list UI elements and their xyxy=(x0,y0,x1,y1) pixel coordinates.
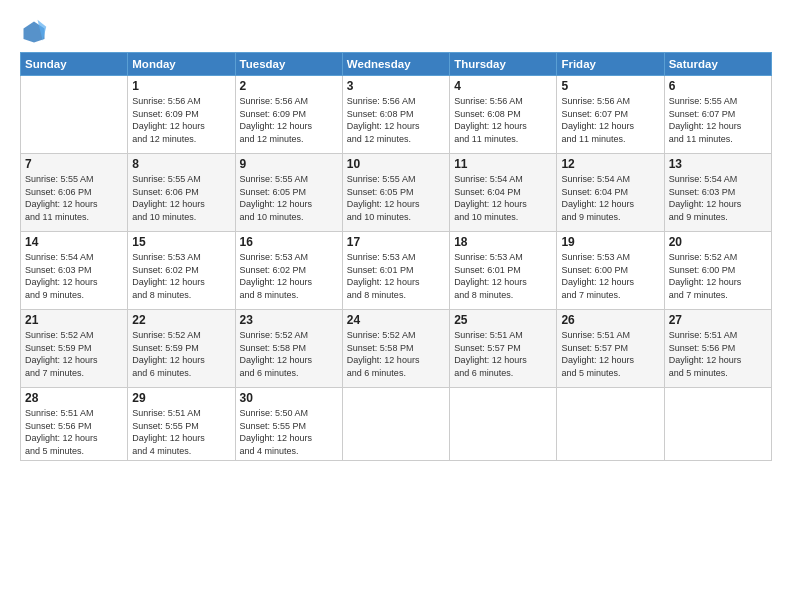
day-info: Sunrise: 5:55 AM Sunset: 6:06 PM Dayligh… xyxy=(132,173,230,223)
calendar-cell: 26Sunrise: 5:51 AM Sunset: 5:57 PM Dayli… xyxy=(557,310,664,388)
calendar-cell: 4Sunrise: 5:56 AM Sunset: 6:08 PM Daylig… xyxy=(450,76,557,154)
calendar-cell: 25Sunrise: 5:51 AM Sunset: 5:57 PM Dayli… xyxy=(450,310,557,388)
calendar-cell: 15Sunrise: 5:53 AM Sunset: 6:02 PM Dayli… xyxy=(128,232,235,310)
calendar-cell: 18Sunrise: 5:53 AM Sunset: 6:01 PM Dayli… xyxy=(450,232,557,310)
day-number: 12 xyxy=(561,157,659,171)
day-info: Sunrise: 5:52 AM Sunset: 5:59 PM Dayligh… xyxy=(132,329,230,379)
day-info: Sunrise: 5:54 AM Sunset: 6:03 PM Dayligh… xyxy=(25,251,123,301)
logo-icon xyxy=(20,18,48,46)
day-info: Sunrise: 5:52 AM Sunset: 5:58 PM Dayligh… xyxy=(347,329,445,379)
calendar-cell xyxy=(664,388,771,461)
calendar-cell: 6Sunrise: 5:55 AM Sunset: 6:07 PM Daylig… xyxy=(664,76,771,154)
day-info: Sunrise: 5:53 AM Sunset: 6:02 PM Dayligh… xyxy=(240,251,338,301)
day-info: Sunrise: 5:56 AM Sunset: 6:09 PM Dayligh… xyxy=(240,95,338,145)
day-info: Sunrise: 5:55 AM Sunset: 6:06 PM Dayligh… xyxy=(25,173,123,223)
day-number: 30 xyxy=(240,391,338,405)
calendar-cell: 19Sunrise: 5:53 AM Sunset: 6:00 PM Dayli… xyxy=(557,232,664,310)
day-number: 15 xyxy=(132,235,230,249)
calendar-cell: 3Sunrise: 5:56 AM Sunset: 6:08 PM Daylig… xyxy=(342,76,449,154)
header-day: Thursday xyxy=(450,53,557,76)
calendar-cell: 30Sunrise: 5:50 AM Sunset: 5:55 PM Dayli… xyxy=(235,388,342,461)
logo xyxy=(20,18,52,46)
day-number: 9 xyxy=(240,157,338,171)
calendar-cell: 7Sunrise: 5:55 AM Sunset: 6:06 PM Daylig… xyxy=(21,154,128,232)
calendar-table: SundayMondayTuesdayWednesdayThursdayFrid… xyxy=(20,52,772,461)
day-number: 23 xyxy=(240,313,338,327)
header-day: Wednesday xyxy=(342,53,449,76)
day-number: 11 xyxy=(454,157,552,171)
day-number: 24 xyxy=(347,313,445,327)
header-day: Friday xyxy=(557,53,664,76)
calendar-cell: 27Sunrise: 5:51 AM Sunset: 5:56 PM Dayli… xyxy=(664,310,771,388)
day-info: Sunrise: 5:55 AM Sunset: 6:05 PM Dayligh… xyxy=(347,173,445,223)
day-info: Sunrise: 5:50 AM Sunset: 5:55 PM Dayligh… xyxy=(240,407,338,457)
calendar-body: 1Sunrise: 5:56 AM Sunset: 6:09 PM Daylig… xyxy=(21,76,772,461)
day-info: Sunrise: 5:52 AM Sunset: 6:00 PM Dayligh… xyxy=(669,251,767,301)
calendar-cell: 23Sunrise: 5:52 AM Sunset: 5:58 PM Dayli… xyxy=(235,310,342,388)
day-info: Sunrise: 5:52 AM Sunset: 5:58 PM Dayligh… xyxy=(240,329,338,379)
day-number: 20 xyxy=(669,235,767,249)
calendar-cell: 5Sunrise: 5:56 AM Sunset: 6:07 PM Daylig… xyxy=(557,76,664,154)
day-number: 26 xyxy=(561,313,659,327)
calendar-cell: 8Sunrise: 5:55 AM Sunset: 6:06 PM Daylig… xyxy=(128,154,235,232)
day-number: 8 xyxy=(132,157,230,171)
day-info: Sunrise: 5:51 AM Sunset: 5:57 PM Dayligh… xyxy=(561,329,659,379)
day-number: 25 xyxy=(454,313,552,327)
day-info: Sunrise: 5:54 AM Sunset: 6:04 PM Dayligh… xyxy=(561,173,659,223)
calendar-week: 7Sunrise: 5:55 AM Sunset: 6:06 PM Daylig… xyxy=(21,154,772,232)
calendar-cell xyxy=(450,388,557,461)
day-info: Sunrise: 5:51 AM Sunset: 5:56 PM Dayligh… xyxy=(25,407,123,457)
day-number: 29 xyxy=(132,391,230,405)
header-day: Sunday xyxy=(21,53,128,76)
calendar-cell: 17Sunrise: 5:53 AM Sunset: 6:01 PM Dayli… xyxy=(342,232,449,310)
day-info: Sunrise: 5:54 AM Sunset: 6:04 PM Dayligh… xyxy=(454,173,552,223)
calendar-cell xyxy=(342,388,449,461)
day-number: 6 xyxy=(669,79,767,93)
calendar-header: SundayMondayTuesdayWednesdayThursdayFrid… xyxy=(21,53,772,76)
calendar-cell: 16Sunrise: 5:53 AM Sunset: 6:02 PM Dayli… xyxy=(235,232,342,310)
day-number: 1 xyxy=(132,79,230,93)
day-info: Sunrise: 5:56 AM Sunset: 6:09 PM Dayligh… xyxy=(132,95,230,145)
header xyxy=(20,18,772,46)
day-info: Sunrise: 5:56 AM Sunset: 6:08 PM Dayligh… xyxy=(347,95,445,145)
day-info: Sunrise: 5:56 AM Sunset: 6:07 PM Dayligh… xyxy=(561,95,659,145)
calendar-cell: 9Sunrise: 5:55 AM Sunset: 6:05 PM Daylig… xyxy=(235,154,342,232)
day-number: 21 xyxy=(25,313,123,327)
day-info: Sunrise: 5:55 AM Sunset: 6:05 PM Dayligh… xyxy=(240,173,338,223)
day-number: 18 xyxy=(454,235,552,249)
day-number: 2 xyxy=(240,79,338,93)
day-number: 7 xyxy=(25,157,123,171)
day-number: 16 xyxy=(240,235,338,249)
header-day: Saturday xyxy=(664,53,771,76)
calendar-week: 21Sunrise: 5:52 AM Sunset: 5:59 PM Dayli… xyxy=(21,310,772,388)
day-number: 14 xyxy=(25,235,123,249)
day-info: Sunrise: 5:53 AM Sunset: 6:02 PM Dayligh… xyxy=(132,251,230,301)
day-number: 3 xyxy=(347,79,445,93)
day-info: Sunrise: 5:55 AM Sunset: 6:07 PM Dayligh… xyxy=(669,95,767,145)
day-number: 22 xyxy=(132,313,230,327)
calendar-cell: 22Sunrise: 5:52 AM Sunset: 5:59 PM Dayli… xyxy=(128,310,235,388)
day-number: 28 xyxy=(25,391,123,405)
header-day: Tuesday xyxy=(235,53,342,76)
calendar-cell: 1Sunrise: 5:56 AM Sunset: 6:09 PM Daylig… xyxy=(128,76,235,154)
day-info: Sunrise: 5:53 AM Sunset: 6:00 PM Dayligh… xyxy=(561,251,659,301)
calendar-cell: 29Sunrise: 5:51 AM Sunset: 5:55 PM Dayli… xyxy=(128,388,235,461)
calendar-cell: 24Sunrise: 5:52 AM Sunset: 5:58 PM Dayli… xyxy=(342,310,449,388)
calendar-cell: 14Sunrise: 5:54 AM Sunset: 6:03 PM Dayli… xyxy=(21,232,128,310)
calendar-cell: 12Sunrise: 5:54 AM Sunset: 6:04 PM Dayli… xyxy=(557,154,664,232)
day-info: Sunrise: 5:51 AM Sunset: 5:56 PM Dayligh… xyxy=(669,329,767,379)
calendar-cell: 28Sunrise: 5:51 AM Sunset: 5:56 PM Dayli… xyxy=(21,388,128,461)
day-info: Sunrise: 5:54 AM Sunset: 6:03 PM Dayligh… xyxy=(669,173,767,223)
day-info: Sunrise: 5:56 AM Sunset: 6:08 PM Dayligh… xyxy=(454,95,552,145)
calendar-week: 28Sunrise: 5:51 AM Sunset: 5:56 PM Dayli… xyxy=(21,388,772,461)
header-row: SundayMondayTuesdayWednesdayThursdayFrid… xyxy=(21,53,772,76)
day-info: Sunrise: 5:51 AM Sunset: 5:57 PM Dayligh… xyxy=(454,329,552,379)
calendar-week: 14Sunrise: 5:54 AM Sunset: 6:03 PM Dayli… xyxy=(21,232,772,310)
day-number: 5 xyxy=(561,79,659,93)
page: SundayMondayTuesdayWednesdayThursdayFrid… xyxy=(0,0,792,612)
calendar-cell: 11Sunrise: 5:54 AM Sunset: 6:04 PM Dayli… xyxy=(450,154,557,232)
calendar-week: 1Sunrise: 5:56 AM Sunset: 6:09 PM Daylig… xyxy=(21,76,772,154)
header-day: Monday xyxy=(128,53,235,76)
day-info: Sunrise: 5:53 AM Sunset: 6:01 PM Dayligh… xyxy=(347,251,445,301)
day-info: Sunrise: 5:52 AM Sunset: 5:59 PM Dayligh… xyxy=(25,329,123,379)
